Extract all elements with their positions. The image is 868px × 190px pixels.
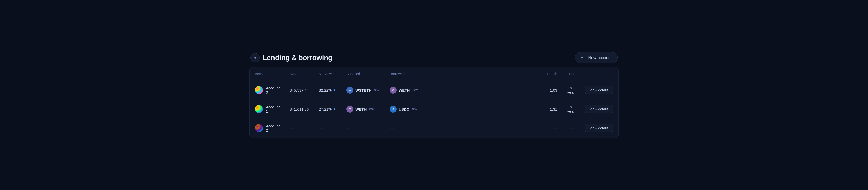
apy-value: 32.22% bbox=[319, 88, 332, 92]
col-net-apy: Net APY bbox=[314, 67, 341, 81]
header-left: ▾ Lending & borrowing bbox=[250, 53, 332, 62]
account-name: Account 2 bbox=[266, 124, 280, 133]
supplied-cell: — bbox=[341, 119, 384, 138]
apy-cell-td: — bbox=[314, 119, 341, 138]
supplied-token-name: WSTETH bbox=[355, 88, 371, 92]
lending-borrowing-page: ▾ Lending & borrowing + + New account Ac… bbox=[249, 52, 619, 138]
borrowed-token-num: 002 bbox=[412, 107, 417, 111]
page-title: Lending & borrowing bbox=[262, 54, 332, 62]
col-spacer bbox=[423, 67, 542, 81]
accounts-table: Account NAV Net APY Supplied Borrowed He… bbox=[250, 67, 618, 138]
action-cell: View details bbox=[580, 119, 618, 138]
col-borrowed: Borrowed bbox=[384, 67, 423, 81]
borrowed-dash: — bbox=[390, 126, 394, 130]
apy-dash: — bbox=[319, 126, 323, 130]
account-name: Account 0 bbox=[266, 86, 280, 94]
apy-cell-td: 32.22% ✦ bbox=[314, 81, 341, 100]
supplied-token-num: 002 bbox=[374, 88, 379, 92]
borrowed-cell: ⬡ WETH 002 bbox=[384, 81, 423, 100]
borrowed-token-name: USDC bbox=[399, 107, 409, 111]
supplied-cell: ⬡ WETH 002 bbox=[341, 100, 384, 119]
ttl-cell: — bbox=[562, 119, 580, 138]
supplied-token-num: 002 bbox=[369, 107, 375, 111]
account-name: Account 1 bbox=[266, 105, 280, 113]
table-row: Account 2 — — — — — — View details bbox=[250, 119, 618, 138]
accounts-table-wrapper: Account NAV Net APY Supplied Borrowed He… bbox=[249, 67, 619, 138]
apy-cell-td: 27.21% ✦ bbox=[314, 100, 341, 119]
spacer-cell bbox=[423, 100, 542, 119]
nav-cell: $41,011.86 bbox=[285, 100, 314, 119]
health-value: 1.03 bbox=[550, 88, 557, 92]
health-cell: 1.31 bbox=[542, 100, 562, 119]
health-value: 1.31 bbox=[550, 107, 557, 111]
health-cell: 1.03 bbox=[542, 81, 562, 100]
supplied-dash: — bbox=[346, 126, 350, 130]
account-cell: Account 1 bbox=[250, 100, 285, 119]
collapse-button[interactable]: ▾ bbox=[250, 53, 259, 62]
account-cell: Account 2 bbox=[250, 119, 285, 138]
avatar bbox=[255, 105, 263, 113]
wsteth-icon: W bbox=[346, 87, 353, 94]
health-cell: — bbox=[542, 119, 562, 138]
weth-icon: ⬡ bbox=[346, 106, 353, 113]
apy-icon: ✦ bbox=[333, 107, 336, 111]
new-account-button[interactable]: + + New account bbox=[575, 52, 618, 63]
col-ttl: TTL bbox=[562, 67, 580, 81]
ttl-value: >1 year bbox=[567, 86, 575, 94]
action-cell: View details bbox=[580, 100, 618, 119]
spacer-cell bbox=[423, 119, 542, 138]
apy-icon: ✦ bbox=[333, 88, 336, 92]
col-health: Health bbox=[542, 67, 562, 81]
col-account: Account bbox=[250, 67, 285, 81]
apy-value: 27.21% bbox=[319, 107, 332, 111]
health-dash: — bbox=[553, 126, 557, 130]
avatar bbox=[255, 86, 263, 94]
supplied-token: W WSTETH 002 bbox=[346, 87, 379, 94]
borrowed-token: $ USDC 002 bbox=[390, 106, 418, 113]
avatar bbox=[255, 124, 263, 132]
apy-cell: 27.21% ✦ bbox=[319, 107, 336, 111]
ttl-value: >1 year bbox=[567, 105, 575, 113]
nav-cell: — bbox=[285, 119, 314, 138]
col-nav: NAV bbox=[285, 67, 314, 81]
borrowed-cell: $ USDC 002 bbox=[384, 100, 423, 119]
view-details-button[interactable]: View details bbox=[585, 105, 613, 113]
new-account-label: + New account bbox=[585, 55, 612, 60]
spacer-cell bbox=[423, 81, 542, 100]
table-row: Account 1 $41,011.86 27.21% ✦ ⬡ WETH 002… bbox=[250, 100, 618, 119]
supplied-token: ⬡ WETH 002 bbox=[346, 106, 379, 113]
borrowed-token-name: WETH bbox=[399, 88, 410, 92]
nav-value: $41,011.86 bbox=[290, 107, 309, 111]
usdc-icon: $ bbox=[390, 106, 397, 113]
nav-cell: $45,537.44 bbox=[285, 81, 314, 100]
ttl-cell: >1 year bbox=[562, 100, 580, 119]
nav-value: $45,537.44 bbox=[290, 88, 309, 92]
action-cell: View details bbox=[580, 81, 618, 100]
view-details-button[interactable]: View details bbox=[585, 86, 613, 94]
view-details-button[interactable]: View details bbox=[585, 124, 613, 133]
ttl-dash: — bbox=[571, 126, 575, 130]
col-supplied: Supplied bbox=[341, 67, 384, 81]
page-header: ▾ Lending & borrowing + + New account bbox=[249, 52, 619, 63]
account-cell: Account 0 bbox=[250, 81, 285, 100]
borrowed-cell: — bbox=[384, 119, 423, 138]
plus-icon: + bbox=[581, 55, 583, 60]
nav-dash: — bbox=[290, 126, 294, 130]
weth-icon: ⬡ bbox=[390, 87, 397, 94]
table-header-row: Account NAV Net APY Supplied Borrowed He… bbox=[250, 67, 618, 81]
supplied-token-name: WETH bbox=[355, 107, 367, 111]
table-row: Account 0 $45,537.44 32.22% ✦ W WSTETH 0… bbox=[250, 81, 618, 100]
borrowed-token-num: 002 bbox=[412, 88, 418, 92]
supplied-cell: W WSTETH 002 bbox=[341, 81, 384, 100]
apy-cell: 32.22% ✦ bbox=[319, 88, 336, 92]
col-action bbox=[580, 67, 618, 81]
ttl-cell: >1 year bbox=[562, 81, 580, 100]
borrowed-token: ⬡ WETH 002 bbox=[390, 87, 418, 94]
